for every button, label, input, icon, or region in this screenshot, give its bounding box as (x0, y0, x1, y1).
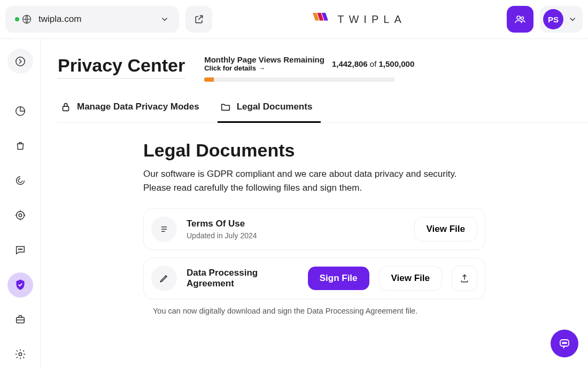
collapse-icon (14, 56, 26, 67)
chat-fab[interactable] (551, 330, 578, 357)
section-description: Our software is GDPR compliant and we ca… (143, 167, 464, 196)
status-dot-icon (15, 17, 19, 21)
sign-file-button[interactable]: Sign File (308, 267, 369, 290)
tab-manage-privacy-modes[interactable]: Manage Data Privacy Modes (58, 97, 208, 123)
sidebar-item-feedback[interactable] (7, 237, 33, 262)
sidebar-item-settings[interactable] (7, 342, 33, 367)
svg-point-9 (19, 214, 22, 217)
brand-logo: TWIPLA (219, 13, 500, 26)
svg-rect-15 (63, 106, 69, 111)
svg-point-19 (566, 342, 567, 343)
activity-icon (14, 175, 26, 186)
website-selector[interactable]: twipla.com (5, 6, 179, 33)
sidebar-item-insights[interactable] (7, 202, 33, 228)
svg-point-6 (16, 57, 25, 66)
quota-details-link[interactable]: Click for details → (204, 64, 324, 72)
gear-icon (14, 348, 26, 360)
svg-point-12 (21, 249, 22, 249)
chat-bubble-icon (558, 337, 571, 350)
website-name: twipla.com (38, 14, 153, 25)
external-link-icon (194, 14, 204, 25)
upload-icon (459, 273, 470, 284)
doc-title: Terms Of Use (187, 218, 405, 229)
tab-bar: Manage Data Privacy Modes Legal Document… (58, 97, 588, 123)
briefcase-icon (14, 314, 26, 325)
profile-menu[interactable]: PS (540, 6, 583, 33)
chat-icon (14, 244, 26, 256)
sidebar-item-modules[interactable] (7, 307, 33, 332)
active-site-indicator (15, 14, 32, 25)
arrow-right-icon: → (258, 64, 265, 72)
text-lines-icon (159, 224, 169, 235)
tab-label: Legal Documents (237, 101, 313, 112)
quota-numbers: 1,442,806 of 1,500,000 (332, 59, 414, 68)
logo-mark-icon (313, 13, 332, 26)
document-icon (151, 266, 177, 291)
svg-point-17 (562, 342, 563, 343)
quota-label: Monthly Page Views Remaining (204, 55, 324, 64)
quota-progress-bar (204, 77, 394, 82)
quota-progress-fill (204, 77, 214, 82)
quota-details-text: Click for details (204, 64, 256, 72)
svg-point-5 (521, 17, 524, 20)
folder-icon (220, 101, 231, 113)
svg-point-4 (517, 16, 520, 19)
app-header: twipla.com TWIPLA PS (0, 0, 588, 39)
document-icon (151, 216, 177, 242)
sidebar (0, 39, 41, 367)
doc-card-terms: Terms Of Use Updated in July 2024 View F… (143, 208, 485, 250)
doc-card-dpa: Data Processing Agreement Sign File View… (143, 257, 485, 299)
svg-point-18 (564, 342, 565, 343)
upload-button[interactable] (452, 266, 477, 291)
sidebar-item-analytics[interactable] (7, 98, 33, 123)
target-icon (14, 209, 26, 221)
chevron-down-icon (160, 14, 169, 24)
tab-label: Manage Data Privacy Modes (77, 101, 199, 112)
lock-icon (60, 101, 72, 113)
team-button[interactable] (507, 6, 533, 33)
sidebar-item-behavior[interactable] (7, 168, 33, 193)
pie-chart-icon (14, 105, 26, 117)
quota-separator: of (370, 59, 377, 68)
svg-point-8 (16, 212, 24, 220)
view-file-button[interactable]: View File (379, 266, 442, 291)
tab-legal-documents[interactable]: Legal Documents (218, 97, 321, 123)
open-external-button[interactable] (185, 6, 212, 33)
quota-used: 1,442,806 (332, 59, 368, 68)
main-content: Privacy Center Monthly Page Views Remain… (41, 39, 588, 367)
sidebar-collapse-button[interactable] (7, 49, 33, 74)
doc-title: Data Processing Agreement (187, 268, 298, 289)
sidebar-item-privacy[interactable] (7, 272, 33, 298)
legal-documents-section: Legal Documents Our software is GDPR com… (58, 123, 539, 315)
svg-point-14 (19, 353, 22, 356)
brand-text: TWIPLA (337, 13, 406, 26)
svg-point-10 (18, 249, 19, 249)
sidebar-item-ecommerce[interactable] (7, 133, 33, 158)
chevron-down-icon (568, 14, 577, 24)
avatar: PS (543, 9, 563, 29)
svg-point-11 (20, 249, 20, 249)
users-icon (514, 13, 527, 26)
quota-total: 1,500,000 (379, 59, 415, 68)
pen-icon (159, 273, 169, 284)
section-heading: Legal Documents (143, 140, 539, 161)
globe-icon (21, 14, 32, 25)
doc-subtitle: Updated in July 2024 (187, 231, 405, 240)
page-title: Privacy Center (58, 55, 185, 79)
bag-icon (14, 140, 26, 152)
quota-panel: Monthly Page Views Remaining Click for d… (204, 55, 414, 82)
legal-footnote: You can now digitally download and sign … (153, 307, 539, 315)
view-file-button[interactable]: View File (414, 217, 477, 241)
shield-icon (13, 278, 27, 292)
